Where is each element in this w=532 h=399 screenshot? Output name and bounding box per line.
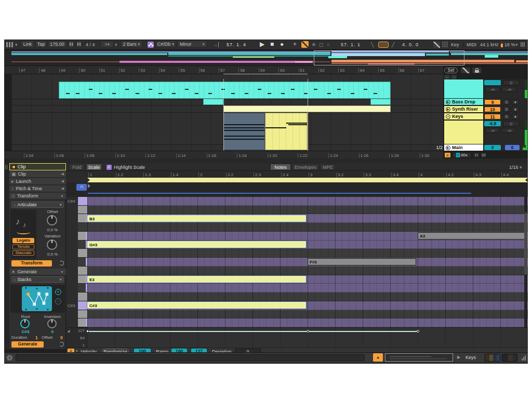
chevron-down-icon[interactable]: ▾ — [15, 41, 18, 48]
overview-view-box[interactable] — [314, 50, 464, 65]
zoom-height-button[interactable]: H — [473, 152, 480, 158]
show-overview-button[interactable]: ▲ — [373, 353, 383, 362]
midi-note-A3[interactable]: A3 — [418, 232, 526, 240]
pan-field[interactable]: C — [503, 121, 520, 126]
power-icon[interactable]: ○ — [14, 278, 16, 282]
track-lane-color-block[interactable] — [444, 79, 483, 99]
offset-value[interactable]: 0.0 % — [41, 228, 64, 232]
grid-size-selector[interactable]: 1/16 ▾ — [509, 165, 522, 170]
arrangement-bar-ruler[interactable]: 4748495051525354555657585960616263646566… — [4, 66, 443, 74]
solo-button[interactable]: S — [503, 99, 510, 105]
play-button[interactable]: ▶ — [260, 41, 264, 48]
piano-key-G#3[interactable] — [78, 241, 87, 249]
vertical-scrollbar[interactable] — [524, 197, 527, 327]
draw-mode-button[interactable] — [301, 41, 309, 48]
track-header-keys[interactable]: ▼ Keys — [444, 113, 483, 120]
footer-play-icon[interactable]: ▶ — [457, 355, 460, 360]
midi-note-B3[interactable]: B3 — [87, 215, 306, 222]
midi-map-button[interactable]: MIDI — [467, 41, 476, 48]
arrangement-clip-cyan-small[interactable] — [370, 99, 391, 105]
beat-ruler[interactable]: 11.21.31.422.22.32.433.23.33.444.24.34.4 — [66, 171, 528, 178]
clip-loop-bar[interactable] — [87, 178, 528, 182]
chevron-down-icon[interactable]: ▾ — [515, 41, 518, 48]
device-thumbnail[interactable] — [485, 354, 500, 362]
warp-icon[interactable]: ≡ — [444, 152, 451, 158]
link-button[interactable]: Link — [21, 41, 34, 48]
send-a-field[interactable]: -∞ — [485, 87, 500, 92]
draw-tool-button[interactable] — [433, 42, 440, 48]
lane-resize-icon[interactable]: ◢ — [67, 329, 70, 333]
capture-midi-icon[interactable]: ○ — [327, 41, 329, 48]
arrangement-clip-midi-cyan[interactable] — [59, 82, 391, 99]
transform-refresh-icon[interactable] — [59, 261, 64, 265]
variation-value[interactable]: 0.0 % — [41, 252, 64, 257]
tap-tempo-button[interactable]: Tap — [35, 41, 47, 48]
device-thumbnail[interactable] — [502, 354, 517, 362]
arrangement-time-ruler[interactable]: 1:041:061:081:101:121:141:161:181:201:22… — [4, 151, 443, 158]
piano-key-C4[interactable] — [78, 206, 87, 215]
piano-key-B2[interactable] — [78, 318, 87, 327]
generate-device-selector[interactable]: ○ Stacks ▾ — [11, 276, 64, 283]
inversion-value[interactable]: 0 — [39, 329, 65, 334]
clip-start-marker[interactable] — [88, 184, 90, 188]
midi-note-C#3[interactable]: C#3 — [87, 302, 306, 309]
tab-notes[interactable]: Notes — [270, 164, 291, 170]
loop-switch[interactable] — [378, 42, 389, 48]
arrangement-clip-cyan-small[interactable] — [203, 99, 223, 105]
velocity-marker[interactable] — [417, 330, 419, 332]
record-button[interactable]: ● — [280, 41, 284, 48]
piano-key-A#3[interactable] — [78, 223, 87, 232]
chevron-down-icon[interactable]: ▾ — [115, 41, 117, 48]
punch-in-icon[interactable]: ╲ — [371, 41, 374, 48]
remove-voice-button[interactable]: − — [55, 298, 61, 304]
new-midi-track-button[interactable]: + — [293, 41, 297, 48]
track-number-badge[interactable]: 11 — [484, 114, 501, 119]
piano-key-C#4[interactable] — [78, 197, 87, 206]
info-icon[interactable]: i — [7, 355, 12, 361]
section-pitch-time[interactable]: ↕ Pitch & Time ◀ — [9, 185, 66, 192]
root-knob[interactable] — [20, 319, 30, 328]
tab-mpe[interactable]: MPE — [320, 164, 336, 170]
piano-key-D3[interactable] — [78, 292, 87, 301]
section-clip[interactable]: ▣ Clip ◀ — [9, 171, 66, 178]
track-number-badge[interactable]: 10 — [484, 107, 501, 112]
midi-note-G#3[interactable]: G#3 — [87, 241, 306, 248]
piano-key-B3[interactable] — [78, 214, 87, 223]
duration-value[interactable]: 1 — [35, 335, 38, 340]
arrangement-overview[interactable] — [4, 50, 528, 66]
solo-button[interactable]: S — [503, 114, 510, 119]
loop-lock-button[interactable] — [472, 68, 482, 73]
arm-button[interactable]: ● — [512, 107, 519, 112]
tempo-field[interactable]: 175.00 — [48, 41, 66, 48]
panel-toggle-icon[interactable] — [5, 165, 8, 169]
scroll-position-line[interactable] — [88, 193, 471, 194]
main-value-b[interactable]: 0 — [505, 145, 520, 150]
piano-key-C#3[interactable] — [78, 301, 87, 310]
time-signature[interactable]: 4 / 4 — [86, 41, 95, 48]
arm-button[interactable]: ● — [512, 114, 519, 119]
piano-key-column[interactable] — [78, 197, 87, 327]
add-voice-button[interactable]: + — [55, 289, 61, 295]
nudge-down-button[interactable] — [68, 41, 75, 48]
transform-button[interactable]: Transform — [11, 260, 52, 267]
power-icon[interactable]: ○ — [14, 203, 16, 207]
solo-button[interactable]: S — [503, 107, 510, 112]
piano-key-F#3[interactable] — [78, 258, 87, 267]
scale-root-menu[interactable]: C#/Db ▾ — [155, 41, 176, 48]
draw-locator-button[interactable] — [461, 68, 470, 73]
section-transform[interactable]: ◇ Transform ▼ — [9, 193, 66, 200]
inversion-knob[interactable] — [47, 319, 57, 328]
key-map-button[interactable]: Key — [451, 41, 459, 48]
arrangement-position-display[interactable]: 57. 1. 4 — [227, 41, 246, 48]
generate-button[interactable]: Generate — [11, 341, 44, 348]
arrangement-clip-keys-yellow[interactable] — [265, 113, 308, 150]
follow-playback-icon[interactable]: → — [213, 41, 219, 48]
velocity-marker[interactable] — [86, 330, 89, 332]
clip-title-bar[interactable]: Clip — [9, 163, 66, 170]
scale-name-menu[interactable]: Minor▾ — [177, 41, 207, 48]
scrollbar-thumb[interactable] — [524, 212, 527, 275]
fold-button[interactable]: Fold — [69, 164, 85, 170]
follow-frame-icon[interactable]: ▢ — [319, 41, 324, 48]
metronome-button[interactable]: ○● — [100, 41, 114, 48]
zoom-width-button[interactable]: W — [481, 152, 487, 158]
